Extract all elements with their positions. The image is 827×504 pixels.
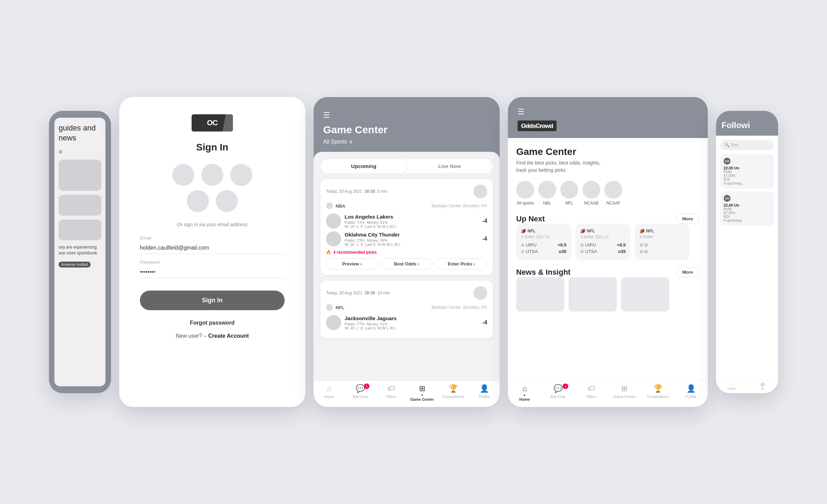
signin-button[interactable]: Sign In bbox=[140, 291, 285, 310]
nav-competitions-label: Competitions bbox=[442, 395, 464, 399]
password-input[interactable] bbox=[140, 266, 285, 278]
team-2-row: Oklahma City Thunder Public: 23% Money: … bbox=[326, 231, 487, 246]
news-card-3 bbox=[621, 277, 669, 312]
pick-dot-1b bbox=[521, 250, 524, 253]
un-pick-label-1b: UTSA bbox=[521, 249, 538, 254]
news-insight-section: News & Insight More bbox=[516, 267, 700, 312]
fc-roi-label-1: ROI bbox=[724, 178, 770, 181]
gc-wide-menu-icon[interactable]: ☰ bbox=[518, 107, 698, 116]
un-pick-row-2b: UTSA o35 bbox=[580, 249, 626, 254]
social-icon-4[interactable] bbox=[187, 190, 209, 212]
social-icon-2[interactable] bbox=[201, 164, 223, 186]
social-icon-5[interactable] bbox=[216, 190, 238, 212]
game-2-time-info: Today, 20 Aug 2021 16:35 10 min bbox=[326, 291, 390, 295]
news-more-btn[interactable]: More bbox=[676, 267, 700, 277]
new-user-text: New user? – Create Account bbox=[176, 333, 249, 339]
gc-menu-icon[interactable]: ☰ bbox=[323, 111, 490, 120]
sport-all[interactable]: All sports bbox=[516, 181, 534, 206]
sport-nfl[interactable]: NFL bbox=[560, 181, 578, 206]
nav-competitions[interactable]: 🏆 Competitions bbox=[438, 384, 469, 401]
tabs-row: Upcoming Live Now bbox=[320, 159, 493, 174]
team-1-info: Los Angeles Lakers Public: 77% Money: 51… bbox=[345, 214, 479, 229]
fbn-home[interactable]: ⌂ Home bbox=[716, 383, 747, 390]
wide-nav-home[interactable]: ⌂ Home bbox=[508, 384, 541, 401]
news-card-2 bbox=[569, 277, 617, 312]
following-search[interactable]: 🔍 Sea bbox=[720, 140, 774, 150]
wide-nav-game-center[interactable]: ⊞ Game Center bbox=[608, 384, 641, 401]
following-bottom-nav: ⌂ Home 💬 B bbox=[716, 380, 778, 393]
news-insight-title: News & Insight bbox=[516, 268, 571, 277]
home-icon: ⌂ bbox=[327, 384, 331, 393]
un-pick-label-3a: U bbox=[640, 242, 647, 248]
guide-card-3 bbox=[59, 220, 101, 240]
following-title: Followi bbox=[722, 120, 773, 130]
search-placeholder: Sea bbox=[731, 143, 738, 147]
create-account-link[interactable]: Create Account bbox=[208, 333, 249, 339]
tab-upcoming[interactable]: Upcoming bbox=[321, 159, 407, 173]
nav-home[interactable]: ⌂ Home bbox=[314, 384, 345, 401]
nav-bet-chat[interactable]: 💬 1 Bet Chat bbox=[345, 384, 376, 401]
sport-nbl[interactable]: NBL bbox=[538, 181, 556, 206]
email-input[interactable] bbox=[140, 242, 285, 254]
social-icon-3[interactable] bbox=[230, 164, 252, 186]
up-next-more-btn[interactable]: More bbox=[676, 214, 700, 224]
team-3-info: Jacksonville Jaguars Public: 77% Money: … bbox=[345, 315, 479, 330]
league-name-1: NBA bbox=[336, 203, 345, 209]
nav-offers[interactable]: 🏷 Offers bbox=[376, 384, 407, 401]
pick-dot-3a bbox=[640, 243, 643, 247]
un-pick-row-1a: UIPU +6.5 bbox=[521, 242, 566, 248]
gc-wide-title: Game Center bbox=[516, 146, 700, 157]
filter-icon[interactable]: ≡ bbox=[59, 148, 101, 156]
fc-roi-label-2: ROI bbox=[724, 215, 770, 219]
venue-2: Barklays Center, Brooklyn, NY bbox=[432, 305, 487, 310]
nav-game-center-label: Game Center bbox=[410, 397, 434, 401]
gc-sports-filter[interactable]: All Sports ∨ bbox=[323, 138, 490, 145]
ncaab-icon bbox=[582, 181, 600, 199]
wide-nav-profile[interactable]: 👤 Profile bbox=[674, 384, 708, 401]
forgot-password[interactable]: Forgot password bbox=[190, 320, 235, 326]
offers-icon: 🏷 bbox=[387, 384, 395, 393]
email-group: Email bbox=[140, 235, 285, 254]
social-icon-1[interactable] bbox=[172, 164, 194, 186]
wide-nav-bet-chat[interactable]: 💬 1 Bet Chat bbox=[541, 384, 575, 401]
tab-live-now[interactable]: Live Now bbox=[407, 159, 492, 173]
following-header: Followi bbox=[716, 111, 778, 136]
following-card-2: 1st 22,00 Un Profit 87,00% ROI 4 upcomin… bbox=[720, 191, 774, 226]
fbn-bet-chat-label: B bbox=[762, 387, 764, 390]
gc-scroll: Today, 20 Aug 2021 16:30 5 min NBA Barkl… bbox=[314, 174, 500, 380]
american-football-tag[interactable]: American football bbox=[59, 262, 91, 267]
up-next-card-2: 🏈 NFL 9:30AM, DEC 22 UIPU +6.5 UTSA bbox=[575, 224, 631, 260]
wide-nav-offers-label: Offers bbox=[586, 395, 596, 399]
wide-nav-active-dot bbox=[524, 395, 525, 396]
logo-text: OC bbox=[207, 118, 218, 127]
wide-nav-offers[interactable]: 🏷 Offers bbox=[574, 384, 608, 401]
sport-ncaaf[interactable]: NCAAF bbox=[604, 181, 622, 206]
nav-game-center[interactable]: ⊞ Game Center bbox=[407, 384, 438, 401]
team-1-row: Los Angeles Lakers Public: 77% Money: 51… bbox=[326, 213, 487, 229]
team-1-stats: Public: 77% Money: 51%W: 20 L: 8 Last 5:… bbox=[345, 220, 479, 229]
game-card-1: Today, 20 Aug 2021 16:30 5 min NBA Barkl… bbox=[320, 179, 493, 275]
un-pick-row-2a: UIPU +6.5 bbox=[580, 242, 626, 248]
wide-nav-home-label: Home bbox=[519, 397, 530, 401]
wide-competitions-icon: 🏆 bbox=[653, 384, 663, 393]
fbn-bet-chat[interactable]: 💬 B bbox=[747, 383, 778, 390]
following-body: 🔍 Sea 1st 22,00 Un Profit 87,00% ROI 4 u… bbox=[716, 136, 778, 380]
team-1-name: Los Angeles Lakers bbox=[345, 214, 479, 220]
best-odds-btn[interactable]: Best Odds › bbox=[381, 258, 433, 270]
sport-ncaab[interactable]: NCAAB bbox=[582, 181, 600, 206]
team-3-row: Jacksonville Jaguars Public: 77% Money: … bbox=[326, 315, 487, 330]
ncaab-label: NCAAB bbox=[584, 201, 598, 206]
team-2-info: Oklahma City Thunder Public: 23% Money: … bbox=[345, 232, 479, 246]
nav-profile[interactable]: 👤 Profile bbox=[469, 384, 500, 401]
oc-logo: OC bbox=[192, 114, 233, 132]
preview-btn[interactable]: Preview › bbox=[326, 258, 378, 270]
gc-wide-title-section: Game Center Find the best picks, best od… bbox=[516, 146, 700, 174]
up-next-cards: 🏈 NFL 9:30AM, DEC 22 UIPU +6.5 UTSA bbox=[516, 224, 700, 260]
wide-nav-competitions[interactable]: 🏆 Competitions bbox=[641, 384, 675, 401]
action-btns-1: Preview › Best Odds › Enter Picks › bbox=[326, 258, 487, 270]
password-group: Password bbox=[140, 260, 285, 278]
game-1-time-info: Today, 20 Aug 2021 16:30 5 min bbox=[326, 189, 388, 194]
gc-wide-header: ☰ OddsCrowd bbox=[508, 97, 708, 138]
enter-picks-btn[interactable]: Enter Picks › bbox=[435, 258, 487, 270]
or-text: Or sign in via your email address bbox=[177, 222, 247, 227]
